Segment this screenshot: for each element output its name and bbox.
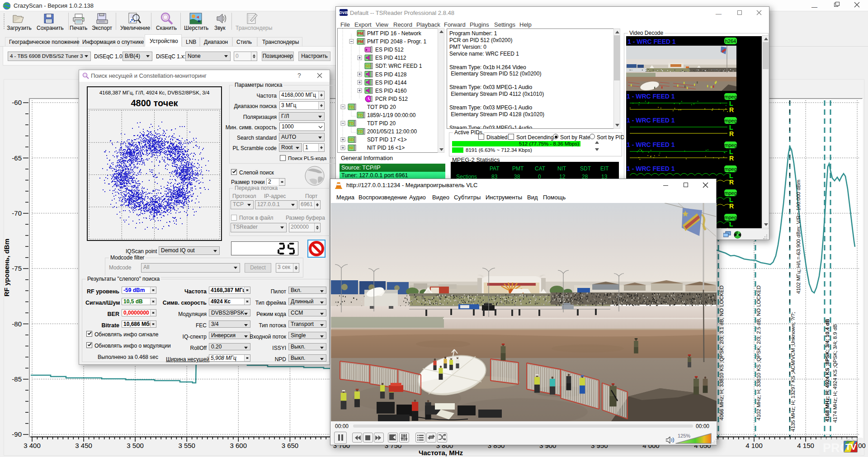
svg-text:ES PID 4144: ES PID 4144 bbox=[375, 80, 407, 86]
svg-text:3 650: 3 650 bbox=[282, 442, 299, 449]
svg-text:4066 MHz; H; 33810 KS ;QPSK; 2: 4066 MHz; H; 33810 KS ;QPSK; 2/3; 3.1 dB… bbox=[719, 285, 724, 420]
svg-text:Частота, MHz: Частота, MHz bbox=[419, 449, 463, 457]
svg-text:3 400: 3 400 bbox=[24, 442, 41, 449]
svg-text:-80: -80 bbox=[12, 320, 22, 328]
svg-text:-90: -90 bbox=[12, 430, 22, 438]
svg-text:NIT PID 16 <1>: NIT PID 16 <1> bbox=[367, 145, 405, 151]
svg-text:1859/-1/19 00:00:00: 1859/-1/19 00:00:00 bbox=[367, 112, 416, 118]
svg-text:TDT PID 20: TDT PID 20 bbox=[367, 120, 396, 127]
svg-text:4102 МГц; H/L=-63.900 dBm; V: 4102 МГц; H/L=-63.900 dBm; V/R=-100.000 … bbox=[796, 179, 801, 294]
svg-text:1 - WRC FEED 1: 1 - WRC FEED 1 bbox=[627, 117, 675, 124]
svg-text:-85: -85 bbox=[12, 375, 22, 383]
svg-text:-60: -60 bbox=[12, 99, 22, 106]
svg-text:TD: TD bbox=[358, 129, 363, 134]
svg-text:RF уровень, dBm: RF уровень, dBm bbox=[3, 239, 10, 297]
svg-text:TOT PID 20: TOT PID 20 bbox=[367, 104, 396, 110]
svg-text:ES PID 4160: ES PID 4160 bbox=[375, 88, 407, 94]
svg-text:4135 MHz; H; 13297 KS ;ACM/VCM: 4135 MHz; H; 13297 KS ;ACM/VCM ;Unknown;… bbox=[790, 312, 796, 432]
svg-text:3 550: 3 550 bbox=[178, 442, 195, 449]
svg-text:ES PID 4128: ES PID 4128 bbox=[375, 71, 407, 78]
svg-text:4168 MHz; H; 4924 KS ;8PSK; 3/: 4168 MHz; H; 4924 KS ;8PSK; 3/4; 10.4 dB bbox=[825, 319, 830, 422]
svg-text:mpeg: mpeg bbox=[724, 94, 737, 99]
svg-text:3 600: 3 600 bbox=[230, 442, 247, 449]
svg-text:3 450: 3 450 bbox=[75, 442, 92, 449]
svg-text:4174 MHz; H; 4924 KS ;QPSK; 3/: 4174 MHz; H; 4924 KS ;QPSK; 3/4; 8.9 dB bbox=[832, 324, 838, 423]
svg-text:3 500: 3 500 bbox=[127, 442, 144, 449]
svg-text:R: R bbox=[729, 130, 734, 137]
svg-text:R: R bbox=[729, 203, 734, 210]
svg-text:PMT PID 2048 - Progr. 1: PMT PID 2048 - Progr. 1 bbox=[367, 38, 426, 45]
svg-text:-70: -70 bbox=[12, 209, 22, 217]
svg-text:1 - WRC FEED 1: 1 - WRC FEED 1 bbox=[627, 38, 676, 45]
svg-text:SD: SD bbox=[365, 64, 371, 68]
svg-text:4102 MHz; H; 33810 KS ;QPSK; 2: 4102 MHz; H; 33810 KS ;QPSK; 2/3; 2.5 dB… bbox=[756, 285, 761, 420]
svg-text:R: R bbox=[729, 106, 734, 113]
svg-text:TD: TD bbox=[349, 121, 354, 126]
svg-text:4 150: 4 150 bbox=[797, 442, 814, 449]
svg-text:SD: SD bbox=[349, 137, 354, 142]
svg-text:1 - WRC FEED 1: 1 - WRC FEED 1 bbox=[627, 93, 675, 100]
svg-text:TV: TV bbox=[845, 442, 857, 452]
svg-text:TD: TD bbox=[349, 105, 354, 109]
svg-text:R: R bbox=[729, 179, 734, 186]
svg-text:SDT: WRC FEED 1: SDT: WRC FEED 1 bbox=[375, 63, 422, 69]
svg-text:ES PID 512: ES PID 512 bbox=[375, 47, 404, 53]
svg-text:TD: TD bbox=[358, 113, 363, 118]
svg-text:ES PID 4112: ES PID 4112 bbox=[375, 55, 406, 61]
svg-text:mpeg: mpeg bbox=[724, 118, 737, 123]
svg-text:-65: -65 bbox=[12, 154, 22, 162]
svg-text:h264: h264 bbox=[725, 38, 736, 44]
svg-text:PCR PID 512: PCR PID 512 bbox=[375, 96, 408, 102]
svg-text:PM: PM bbox=[358, 39, 363, 44]
svg-text:PM: PM bbox=[358, 31, 363, 36]
svg-text:R: R bbox=[729, 227, 734, 228]
svg-text:-75: -75 bbox=[12, 264, 22, 272]
svg-text:mpeg: mpeg bbox=[724, 166, 737, 172]
svg-text:NI: NI bbox=[349, 146, 354, 150]
svg-text:SDT PID 17 <1>: SDT PID 17 <1> bbox=[367, 137, 407, 143]
svg-text:DVB: DVB bbox=[340, 10, 348, 15]
svg-text:2001/05/21 12:00:00: 2001/05/21 12:00:00 bbox=[367, 128, 417, 135]
svg-text:R: R bbox=[729, 155, 734, 162]
svg-text:4 100: 4 100 bbox=[745, 442, 763, 449]
svg-text:1 - WRC FEED 1: 1 - WRC FEED 1 bbox=[627, 141, 675, 148]
svg-text:mpeg: mpeg bbox=[724, 142, 737, 148]
svg-text:1 - WRC FEED 1: 1 - WRC FEED 1 bbox=[627, 165, 675, 172]
svg-text:PMT PID 16 - Network: PMT PID 16 - Network bbox=[367, 30, 422, 37]
svg-text:mpeg: mpeg bbox=[724, 215, 737, 220]
svg-text:mpeg: mpeg bbox=[724, 190, 737, 196]
